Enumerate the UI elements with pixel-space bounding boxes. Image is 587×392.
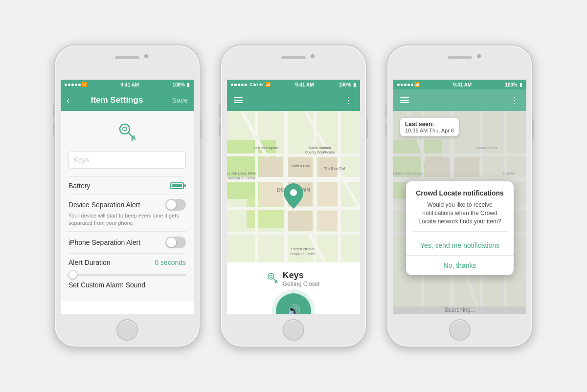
signal-dot [241, 84, 244, 86]
signal-dot [401, 84, 403, 86]
phone-camera-3 [477, 54, 481, 58]
input-placeholder: Keys [74, 156, 89, 164]
more-button-3[interactable]: ⋮ [510, 95, 519, 106]
phone-power-3 [532, 119, 534, 138]
phone-home-1[interactable] [116, 319, 138, 341]
slider-thumb[interactable] [68, 270, 77, 279]
svg-text:County Courthouse: County Courthouse [305, 151, 335, 154]
signal-dot [75, 84, 77, 86]
time-3: 9:41 AM [453, 82, 472, 87]
wifi-icon-3: 📶 [414, 82, 420, 87]
iphone-separation-toggle[interactable] [165, 237, 186, 248]
svg-rect-23 [317, 182, 337, 206]
key-icon-2 [267, 272, 278, 285]
phone-vol2-3 [385, 123, 387, 136]
time-2: 9:41 AM [295, 82, 314, 87]
alert-duration-label: Alert Duration [68, 259, 111, 266]
phone-home-3[interactable] [449, 319, 471, 341]
map-overlay-3: DOWNTOWN Louise Lowry Davis Santa Barbar… [393, 111, 526, 314]
phone-speaker-1 [115, 56, 139, 59]
phone-screen-3: 📶 9:41 AM 100% ▮ ⋮ [393, 80, 526, 314]
battery-label: Battery [68, 182, 90, 190]
battery-fill [172, 184, 182, 187]
battery-tip [184, 184, 186, 187]
custom-alarm-row[interactable]: Set Custom Alarm Sound [68, 276, 186, 294]
phone-3: 📶 9:41 AM 100% ▮ ⋮ [386, 44, 533, 348]
item-name-input[interactable]: Keys [68, 151, 186, 169]
device-separation-row: Device Separation Alert Your device will… [68, 195, 186, 231]
device-separation-toggle[interactable] [165, 199, 186, 211]
back-button-1[interactable]: ‹ [67, 95, 69, 106]
phone-vol2-2 [219, 123, 221, 136]
custom-alarm-label: Set Custom Alarm Sound [68, 281, 145, 289]
p1-header: ‹ Item Settings Save [61, 89, 194, 111]
signal-dots-1 [65, 84, 81, 86]
phone-vol1-2 [219, 104, 221, 118]
carrier-label-2: Carrier [249, 82, 264, 87]
item-status-2: Getting Closer [283, 281, 320, 287]
svg-text:Scarlett Begonia: Scarlett Begonia [253, 146, 278, 150]
phone-home-2[interactable] [283, 319, 304, 341]
signal-dot [411, 84, 413, 86]
sound-button-2[interactable]: 🔊 [276, 293, 311, 315]
speaker-icon-2: 🔊 [286, 304, 301, 315]
p1-content: Keys Battery Device Separation Alert [61, 111, 194, 302]
crowd-dialog-desc: Would you like to receive notifications … [413, 201, 507, 225]
phone-camera-1 [144, 54, 148, 58]
more-button-2[interactable]: ⋮ [344, 95, 353, 106]
svg-rect-25 [317, 211, 337, 231]
hamburger-line [234, 97, 243, 98]
signal-dot [231, 84, 233, 86]
battery-percent-1: 100% [172, 82, 185, 87]
battery-percent-3: 100% [505, 82, 518, 87]
phone-vol1-3 [385, 104, 387, 118]
phone-screen-2: Carrier 📶 9:41 AM 100% ▮ ⋮ [227, 80, 360, 314]
map-svg-2: DOWNTOWN Louise Lowry Davis Recreation C… [227, 111, 360, 262]
phone-1: 📶 9:41 AM 100% ▮ ‹ Item Settings Save [54, 44, 201, 348]
save-button-1[interactable]: Save [172, 96, 188, 104]
p2-bottom: Keys Getting Closer 🔊 [227, 262, 360, 314]
battery-icon-1: ▮ [187, 82, 190, 87]
svg-rect-18 [259, 157, 283, 177]
hamburger-line [234, 100, 243, 101]
phone-2: Carrier 📶 9:41 AM 100% ▮ ⋮ [220, 44, 367, 348]
item-text-2: Keys Getting Closer [283, 270, 320, 287]
status-bar-1: 📶 9:41 AM 100% ▮ [61, 80, 194, 89]
svg-point-1 [123, 127, 127, 131]
menu-button-2[interactable] [234, 97, 243, 103]
svg-point-39 [290, 189, 297, 196]
hamburger-line [400, 100, 409, 101]
alert-duration-slider[interactable] [68, 274, 186, 276]
map-area-2[interactable]: DOWNTOWN Louise Lowry Davis Recreation C… [227, 111, 360, 262]
battery-body [170, 182, 184, 189]
p1-title: Item Settings [73, 95, 160, 105]
iphone-separation-row: iPhone Separation Alert [68, 231, 186, 253]
signal-dots-2 [231, 84, 247, 86]
signal-dot [234, 84, 237, 86]
svg-text:Paseo Nuevo: Paseo Nuevo [291, 247, 315, 251]
signal-dot [71, 84, 74, 86]
battery-row: Battery [68, 176, 186, 195]
signal-dot [245, 84, 247, 86]
hamburger-line [400, 102, 409, 103]
status-bar-3: 📶 9:41 AM 100% ▮ [393, 80, 526, 89]
status-right-1: 100% ▮ [172, 82, 190, 87]
svg-text:Shopping Center: Shopping Center [290, 252, 316, 256]
iphone-separation-label: iPhone Separation Alert [68, 239, 140, 246]
hamburger-line [400, 97, 409, 98]
hamburger-line [234, 102, 243, 103]
device-separation-top: Device Separation Alert [68, 199, 186, 211]
menu-button-3[interactable] [400, 97, 409, 103]
time-1: 9:41 AM [120, 82, 139, 87]
battery-percent-2: 100% [339, 82, 351, 87]
crowd-no-button[interactable]: No, thanks [406, 256, 514, 275]
crowd-divider [413, 231, 507, 232]
status-left-3: 📶 [397, 82, 420, 87]
svg-text:Finch & Fork: Finch & Fork [291, 164, 310, 168]
item-name-2: Keys [283, 270, 320, 281]
signal-dot [78, 84, 81, 86]
crowd-yes-button[interactable]: Yes, send me notifications [406, 236, 514, 256]
last-seen-time: 10:36 AM Thu, Apr 6 [405, 128, 454, 133]
battery-icon-3: ▮ [519, 82, 522, 87]
signal-dot [238, 84, 240, 86]
